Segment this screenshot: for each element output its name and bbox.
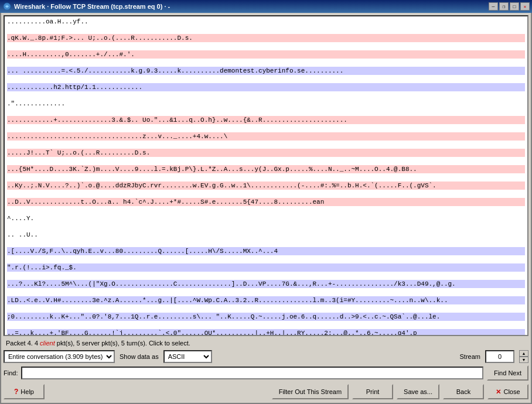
window-title: Wireshark · Follow TCP Stream (tcp.strea… [14, 3, 489, 10]
stream-line: .. ..U.. [7, 231, 525, 239]
stream-line: .qK.W._.8p.#1;F.>... U;..o.(....R.......… [7, 34, 525, 42]
stream-spinner[interactable]: ▲ ▼ [519, 350, 528, 363]
stream-line: ..........oa.H...yf.. [7, 18, 525, 26]
stream-up-button[interactable]: ▲ [519, 350, 528, 357]
stream-down-button[interactable]: ▼ [519, 357, 528, 363]
help-icon: ? [14, 388, 18, 396]
action-buttons: Filter Out This Stream Print Save as... … [272, 384, 528, 399]
stream-line: ."............. [7, 100, 525, 108]
find-label: Find: [4, 369, 18, 376]
show-data-label: Show data as [120, 353, 159, 360]
stream-line: ... ..........=.<.5./...........k.g.9.3.… [7, 67, 525, 75]
stream-line: ...?...Kl?....5M^\...(|"Xg.O............… [7, 280, 525, 288]
stream-line: ...{5H*....D....3K.`Z.)m....V....9....l.… [7, 165, 525, 173]
stream-line: .LD..<.e..V.H#........3e.^z.A......*...g… [7, 296, 525, 304]
window-controls: ─ ❐ □ ✕ [489, 2, 530, 11]
stream-line: ...................................z...v… [7, 132, 525, 141]
close-button[interactable]: ✕ [520, 2, 530, 11]
filter-out-button[interactable]: Filter Out This Stream [272, 384, 349, 399]
stream-input[interactable] [485, 350, 514, 363]
stream-line: ^....Y. [7, 214, 525, 222]
stream-line: ..Ky..;.N.V....?..)`.o.@....ddzRJbyC.rvr… [7, 182, 525, 190]
stream-line: ".r.(!...i>.fq._$. [7, 263, 525, 272]
encoding-select[interactable]: ASCIIHexEBCDICHex+ASCIIRaw [163, 350, 212, 363]
controls-row: Entire conversation (3.909 bytes) Show d… [4, 350, 528, 363]
stream-line: .[....V./S,F..\..qyh.E..v...80.........Q… [7, 247, 525, 255]
minimize-button[interactable]: ─ [489, 2, 498, 11]
stream-content-area[interactable]: ..........oa.H...yf.. .qK.W._.8p.#1;F.>.… [4, 15, 528, 336]
close-icon: ✕ [496, 388, 501, 396]
print-button[interactable]: Print [352, 384, 393, 399]
stream-line: ;0.........k..K+..."..0?.'8,7...1Q..r.e.… [7, 313, 525, 321]
stream-line: ..=...k....+.'BF....G......!`j.........`… [7, 329, 525, 336]
stream-line: .....J!...T` U;..o.(...R.........D.s. [7, 149, 525, 157]
find-row: Find: Find Next [4, 365, 528, 381]
close-button[interactable]: ✕ Close [487, 384, 528, 399]
stream-line: ..D..V.............t..O...a.. h4.`c^.J..… [7, 198, 525, 206]
find-next-button[interactable]: Find Next [487, 365, 528, 381]
back-button[interactable]: Back [443, 384, 484, 399]
title-bar: Wireshark · Follow TCP Stream (tcp.strea… [0, 0, 532, 13]
stream-line: ............+..............3.&.$.. Uo.".… [7, 116, 525, 124]
main-window: ..........oa.H...yf.. .qK.W._.8p.#1;F.>.… [0, 13, 532, 404]
help-button[interactable]: ? Help [4, 384, 45, 399]
stream-line: ....H.........,0.......+./...#.'. [7, 50, 525, 59]
app-icon [2, 2, 12, 11]
status-bar: Packet 4. 4 client pkt(s), 5 server pkt(… [4, 338, 528, 348]
help-label: Help [21, 388, 34, 395]
button-row: ? Help Filter Out This Stream Print Save… [4, 383, 528, 400]
find-input[interactable] [21, 367, 483, 379]
maximize-button[interactable]: □ [510, 2, 519, 11]
stream-label: Stream [460, 353, 480, 360]
conversation-select[interactable]: Entire conversation (3.909 bytes) [4, 350, 115, 363]
stream-line: ............h2.http/1.1............ [7, 83, 525, 91]
save-as-button[interactable]: Save as... [397, 384, 439, 399]
restore-button[interactable]: ❐ [499, 2, 509, 11]
close-label: Close [503, 388, 520, 395]
client-highlight: client [40, 340, 55, 347]
